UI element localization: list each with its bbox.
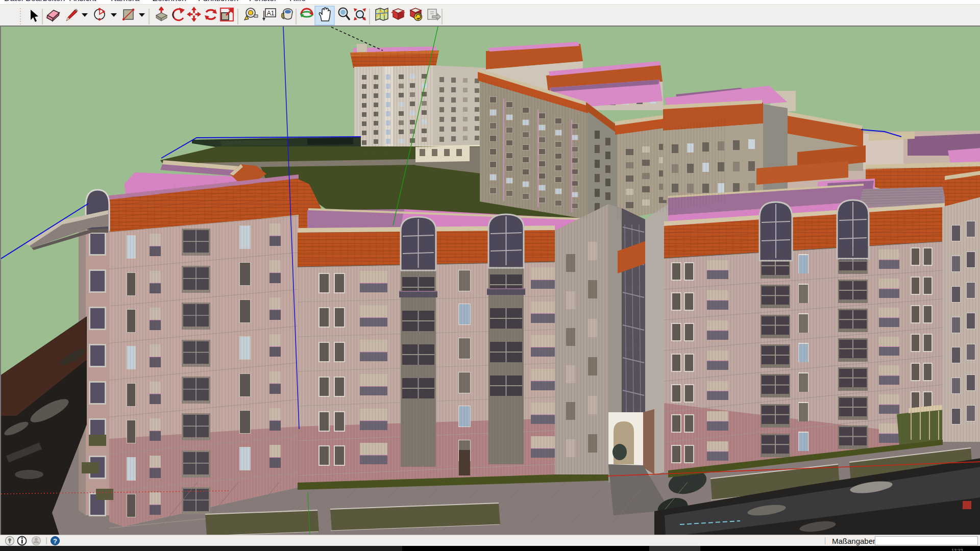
svg-text:?: ?	[53, 537, 57, 545]
svg-text:A1: A1	[267, 10, 275, 17]
